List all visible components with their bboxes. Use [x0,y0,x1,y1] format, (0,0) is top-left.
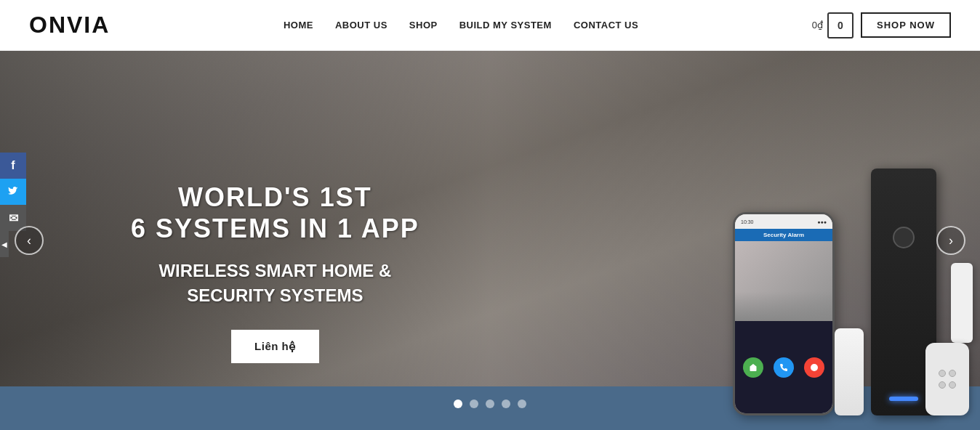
hero-section: f ✉ ◀ WORLD'S 1ST 6 SYSTEMS IN 1 APP WIR… [0,51,980,430]
phone-room-image [735,241,832,321]
phone-signal: ●●● [817,219,827,224]
cart-count: 0 [838,20,843,31]
phone-screen: 10:30 ●●● Security Alarm [735,214,832,413]
remote-control [925,343,969,415]
phone-home-icon [743,357,763,378]
main-nav: HOME ABOUT US SHOP BUILD MY SYSTEM CONTA… [284,20,638,31]
nav-build[interactable]: BUILD MY SYSTEM [459,20,552,31]
remote-btn-4 [949,381,956,389]
header: ONVIA HOME ABOUT US SHOP BUILD MY SYSTEM… [0,0,980,51]
nav-home[interactable]: HOME [284,20,313,31]
social-toggle[interactable]: ◀ [0,231,9,257]
hero-title-line1: WORLD'S 1ST 6 SYSTEMS IN 1 APP [131,182,419,244]
remote-btn-1 [939,370,946,377]
dots-bar [454,399,526,408]
twitter-button[interactable] [0,179,26,205]
phone-time: 10:30 [741,219,754,224]
phone-app-label: Security Alarm [735,229,832,241]
shop-now-button[interactable]: SHOP NOW [861,12,951,38]
lien-he-button[interactable]: Liên hệ [231,330,319,363]
twitter-icon [7,187,19,197]
phone-call-icon [774,357,794,378]
hero-subtitle: WIRELESS SMART HOME & SECURITY SYSTEMS [131,259,419,307]
dot-4[interactable] [502,399,510,408]
remote-btn-2 [949,370,956,377]
cart-icon[interactable]: 0 [827,12,854,38]
remote-btn-3 [939,381,946,389]
phone-bottom-bar [735,321,832,413]
remote-btn-row-1 [939,370,956,377]
phone-mockup: 10:30 ●●● Security Alarm [733,212,835,415]
header-right: 0₫ 0 SHOP NOW [812,12,951,38]
cart-price: 0₫ [812,20,823,31]
dot-1[interactable] [454,399,462,408]
hero-products: 10:30 ●●● Security Alarm [667,67,980,430]
dot-3[interactable] [486,399,494,408]
facebook-button[interactable]: f [0,153,26,179]
dot-5[interactable] [518,399,526,408]
phone-status-bar: 10:30 ●●● [735,214,832,229]
logo[interactable]: ONVIA [29,12,110,38]
nav-contact[interactable]: CONTACT US [574,20,638,31]
hero-cta: Liên hệ [131,330,419,363]
hub-button [893,227,915,248]
door-sensor [951,263,973,343]
hero-content: WORLD'S 1ST 6 SYSTEMS IN 1 APP WIRELESS … [131,182,419,363]
nav-about[interactable]: ABOUT US [335,20,387,31]
next-arrow[interactable]: › [936,226,965,255]
prev-arrow[interactable]: ‹ [15,226,44,255]
cylinder-device [835,328,864,415]
nav-shop[interactable]: SHOP [409,20,438,31]
phone-end-icon [804,357,824,378]
cart-area: 0₫ 0 [812,12,854,38]
hub-light [889,397,918,401]
remote-btn-row-2 [939,381,956,389]
dot-2[interactable] [470,399,478,408]
